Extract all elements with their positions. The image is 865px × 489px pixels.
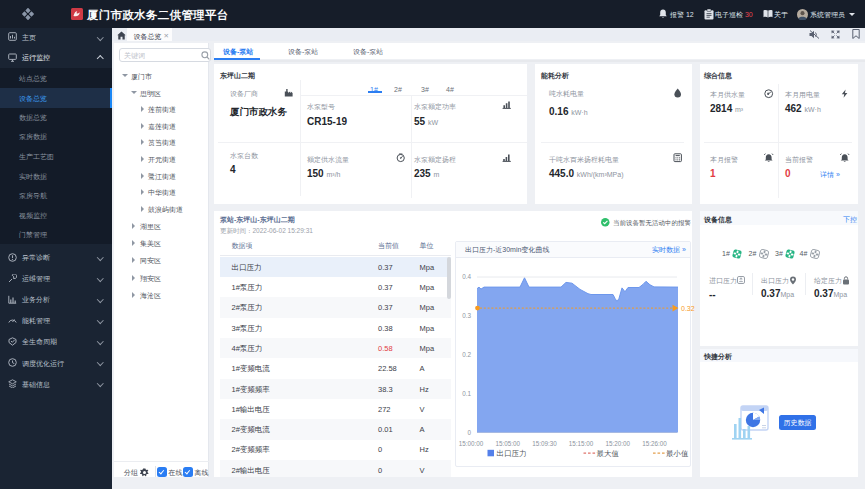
svg-text:15:05:00: 15:05:00 xyxy=(495,440,520,447)
svg-text:出口压力: 出口压力 xyxy=(497,449,527,458)
svg-text:最大值: 最大值 xyxy=(597,449,620,458)
svg-text:0.4: 0.4 xyxy=(462,273,471,280)
svg-text:0: 0 xyxy=(467,429,471,436)
svg-text:15:09:30: 15:09:30 xyxy=(532,440,557,447)
svg-text:0.3: 0.3 xyxy=(462,312,471,319)
svg-text:0.32: 0.32 xyxy=(681,305,695,312)
svg-text:最小值: 最小值 xyxy=(666,449,689,458)
svg-text:15:20:00: 15:20:00 xyxy=(606,440,631,447)
svg-text:15:26:00: 15:26:00 xyxy=(642,440,667,447)
svg-text:15:00:00: 15:00:00 xyxy=(459,440,484,447)
svg-text:0.1: 0.1 xyxy=(462,390,471,397)
svg-text:15:15:00: 15:15:00 xyxy=(569,440,594,447)
svg-text:0.2: 0.2 xyxy=(462,351,471,358)
